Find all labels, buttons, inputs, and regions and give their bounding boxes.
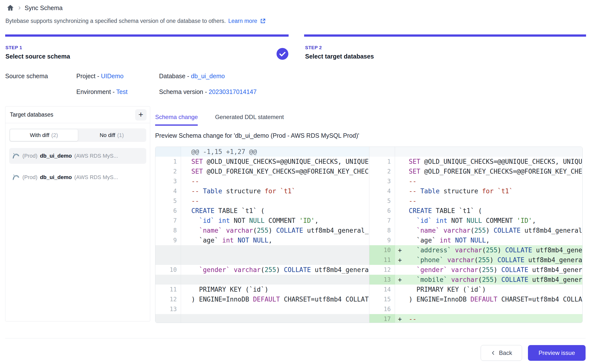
line-marker — [398, 157, 409, 167]
code-line — [181, 314, 369, 323]
source-schema-label: Source schema — [5, 73, 48, 80]
line-number — [155, 275, 181, 285]
db-instance: (AWS RDS MyS... — [74, 153, 118, 159]
panel-title: Target databases — [10, 111, 53, 118]
added-line-marker: + — [398, 314, 409, 323]
diff-row: 8 `name` varchar(255) COLLATE utf8mb4_ge… — [155, 226, 369, 235]
diff-row-placeholder — [155, 245, 369, 255]
learn-more-link[interactable]: Learn more — [228, 18, 257, 24]
line-marker — [398, 304, 409, 314]
diff-row: 7 `id` int NOT NULL COMMENT 'ID', — [369, 216, 582, 226]
preview-issue-button[interactable]: Preview issue — [528, 345, 586, 361]
diff-row: 9 `age` int NOT NULL, — [369, 235, 582, 245]
list-item-database-1[interactable]: (Prod) db_ui_demo (AWS RDS MyS... — [9, 148, 146, 164]
mysql-dolphin-icon — [12, 152, 20, 160]
line-marker — [184, 176, 191, 186]
line-marker — [398, 265, 409, 275]
back-button[interactable]: Back — [481, 345, 522, 361]
code-line — [181, 245, 369, 255]
line-number: 12 — [369, 265, 395, 275]
project-link[interactable]: UIDemo — [101, 73, 124, 79]
footer-divider — [5, 338, 586, 338]
diff-row: 14 PRIMARY KEY (`id`) — [369, 285, 582, 294]
schema-version-link[interactable]: 20230317014147 — [209, 88, 257, 95]
line-marker — [184, 294, 191, 304]
code-line — [181, 304, 369, 314]
code-line: `id` int NOT NULL COMMENT 'ID', — [395, 216, 582, 226]
line-number — [155, 314, 181, 323]
diff-row: 15 ) ENGINE=InnoDB DEFAULT CHARSET=utf8m… — [369, 294, 582, 304]
source-environment-field: Environment - Test — [76, 88, 128, 95]
environment-link[interactable]: Test — [116, 88, 128, 95]
diff-row: 5 -- — [369, 196, 582, 206]
tab-no-diff[interactable]: No diff (1) — [78, 129, 146, 141]
added-line-marker: + — [398, 275, 409, 285]
list-item-database-2[interactable]: (Prod) db_ui_demo (AWS RDS MyS... — [9, 169, 146, 185]
home-icon[interactable] — [6, 4, 14, 12]
line-number: 16 — [369, 304, 395, 314]
tab-with-diff[interactable]: With diff (2) — [10, 129, 78, 141]
diff-row: 6 CREATE TABLE `t1` ( — [155, 206, 369, 216]
code-line: SET @OLD_FOREIGN_KEY_CHECKS=@@FOREIGN_KE… — [395, 167, 582, 176]
diff-row: 10 `gender` varchar(255) COLLATE utf8mb4… — [155, 265, 369, 275]
preview-title: Preview Schema change for 'db_ui_demo (P… — [155, 132, 359, 139]
line-marker — [398, 176, 409, 186]
db-name: db_ui_demo — [40, 174, 72, 181]
chevron-left-icon — [491, 350, 496, 356]
description-text: Bytebase supports synchronizing a specif… — [5, 18, 226, 24]
diff-row: 2 SET @OLD_FOREIGN_KEY_CHECKS=@@FOREIGN_… — [369, 167, 582, 176]
source-version-field: Schema version - 20230317014147 — [159, 88, 257, 95]
with-diff-label: With diff — [30, 132, 49, 138]
code-line: -- — [395, 176, 582, 186]
line-marker — [184, 167, 191, 176]
line-marker — [398, 216, 409, 226]
step2: STEP 2 Select target databases — [305, 45, 374, 60]
line-number: 3 — [369, 176, 395, 186]
code-line: `name` varchar(255) COLLATE utf8mb4_gene… — [395, 226, 582, 235]
source-database-field: Database - db_ui_demo — [159, 73, 225, 80]
diff-pane-target: 1 SET @OLD_UNIQUE_CHECKS=@@UNIQUE_CHECKS… — [369, 147, 582, 323]
line-number: 5 — [155, 196, 181, 206]
line-marker — [398, 294, 409, 304]
code-line: `name` varchar(255) COLLATE utf8mb4_gene… — [181, 226, 369, 235]
no-diff-count: (1) — [117, 132, 124, 138]
line-number: 1 — [155, 157, 181, 167]
line-number: 10 — [155, 265, 181, 275]
diff-row: 2 SET @OLD_FOREIGN_KEY_CHECKS=@@FOREIGN_… — [155, 167, 369, 176]
line-marker — [184, 186, 191, 196]
code-line: +-- — [395, 314, 582, 323]
code-line: SET @OLD_FOREIGN_KEY_CHECKS=@@FOREIGN_KE… — [181, 167, 369, 176]
tab-generated-ddl[interactable]: Generated DDL statement — [215, 114, 284, 126]
diff-row: 4 -- Table structure for `t1` — [369, 186, 582, 196]
line-marker — [184, 216, 191, 226]
tab-schema-change[interactable]: Schema change — [155, 114, 198, 126]
step2-label: STEP 2 — [305, 45, 374, 50]
code-line: `age` int NOT NULL, — [181, 235, 369, 245]
line-number: 9 — [155, 235, 181, 245]
with-diff-count: (2) — [51, 132, 58, 138]
target-databases-panel: Target databases + With diff (2) No diff… — [5, 106, 150, 321]
code-line — [395, 304, 582, 314]
code-line: -- — [181, 176, 369, 186]
no-diff-label: No diff — [100, 132, 115, 138]
schema-version-label: Schema version - — [159, 88, 209, 95]
line-marker — [184, 206, 191, 216]
line-number: 2 — [155, 167, 181, 176]
diff-row: 11 PRIMARY KEY (`id`) — [155, 285, 369, 294]
code-line: `gender` varchar(255) COLLATE utf8mb4_ge… — [395, 265, 582, 275]
diff-row: 12 ) ENGINE=InnoDB DEFAULT CHARSET=utf8m… — [155, 294, 369, 304]
code-line: SET @OLD_UNIQUE_CHECKS=@@UNIQUE_CHECKS, … — [395, 157, 582, 167]
add-target-database-button[interactable]: + — [135, 109, 147, 121]
code-line: ) ENGINE=InnoDB DEFAULT CHARSET=utf8mb4 … — [181, 294, 369, 304]
line-marker — [184, 147, 191, 157]
diff-row: 13 — [155, 304, 369, 314]
database-link[interactable]: db_ui_demo — [191, 73, 225, 79]
breadcrumb: › Sync Schema — [6, 3, 63, 12]
db-environment: (Prod) — [22, 174, 37, 181]
back-button-label: Back — [499, 349, 512, 356]
schema-diff-viewer[interactable]: @@ -1,15 +1,27 @@1 SET @OLD_UNIQUE_CHECK… — [155, 147, 583, 323]
line-marker — [184, 285, 191, 294]
line-marker — [398, 206, 409, 216]
added-line-marker: + — [398, 255, 409, 265]
code-line — [395, 147, 582, 157]
